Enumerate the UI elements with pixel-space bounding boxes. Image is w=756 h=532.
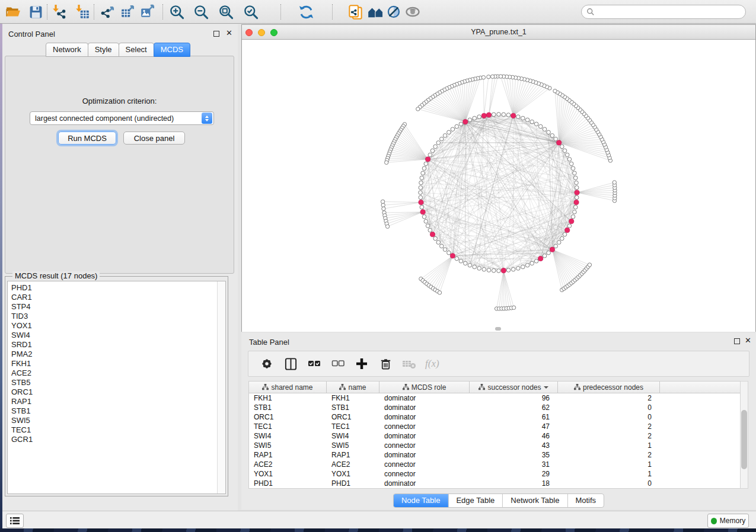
table-cell[interactable]: dominator [379, 412, 470, 422]
column-header-predecessor-nodes[interactable]: predecessor nodes [558, 382, 660, 393]
save-icon[interactable] [27, 4, 44, 20]
export-image-icon[interactable] [139, 4, 156, 20]
table-cell[interactable]: 0 [558, 403, 660, 412]
mcds-result-item[interactable]: TID3 [8, 312, 225, 321]
show-columns-icon[interactable] [283, 356, 298, 371]
table-cell[interactable]: dominator [379, 403, 470, 412]
table-cell[interactable]: ORC1 [249, 412, 327, 422]
network-ring-node[interactable] [521, 265, 525, 269]
table-cell[interactable]: dominator [379, 393, 470, 403]
table-cell[interactable]: ORC1 [327, 412, 379, 422]
table-settings-icon[interactable] [259, 356, 275, 371]
mcds-result-item[interactable]: SWI4 [8, 331, 225, 340]
network-ring-node[interactable] [530, 120, 534, 124]
network-ring-node[interactable] [571, 166, 575, 171]
network-ring-node[interactable] [473, 265, 477, 269]
node-table[interactable]: shared namenameMCDS rolesuccessor nodesp… [248, 381, 744, 489]
network-ring-node[interactable] [575, 185, 579, 190]
network-leaf-node[interactable] [588, 263, 591, 267]
select-all-icon[interactable] [307, 356, 322, 371]
network-ring-node[interactable] [575, 181, 579, 185]
table-cell[interactable]: SWI5 [327, 441, 379, 450]
table-row[interactable]: ORC1ORC1dominator610 [249, 412, 743, 422]
table-cell[interactable]: TEC1 [327, 422, 379, 431]
network-ring-node[interactable] [492, 113, 496, 117]
network-ring-node[interactable] [543, 254, 547, 258]
network-ring-node[interactable] [420, 176, 424, 180]
network-ring-node[interactable] [506, 113, 511, 117]
mcds-result-item[interactable]: SRD1 [8, 340, 225, 350]
network-ring-node[interactable] [424, 162, 428, 166]
network-ring-node[interactable] [492, 268, 496, 273]
table-tab-edge-table[interactable]: Edge Table [448, 494, 502, 507]
network-ring-node[interactable] [567, 224, 572, 228]
network-ring-node[interactable] [525, 118, 529, 122]
mcds-result-item[interactable]: SWI5 [8, 416, 225, 425]
network-ring-node[interactable] [569, 162, 573, 166]
network-ring-node[interactable] [516, 115, 521, 119]
delete-column-icon[interactable] [378, 356, 393, 371]
network-leaf-node[interactable] [553, 89, 557, 92]
network-ring-node[interactable] [477, 115, 481, 119]
network-hub-node[interactable] [481, 113, 486, 118]
network-ring-node[interactable] [443, 248, 447, 252]
network-ring-node[interactable] [573, 205, 578, 209]
new-network-from-selection-icon[interactable] [347, 4, 363, 20]
network-leaf-node[interactable] [499, 75, 502, 78]
network-ring-node[interactable] [447, 130, 451, 134]
table-cell[interactable]: SWI4 [249, 431, 327, 441]
network-ring-node[interactable] [554, 244, 558, 248]
table-row[interactable]: FKH1FKH1dominator962 [249, 393, 743, 403]
table-cell[interactable]: SWI4 [327, 431, 379, 441]
table-cell[interactable]: 96 [470, 393, 558, 403]
network-hub-node[interactable] [463, 120, 468, 124]
mcds-result-item[interactable]: STB5 [8, 378, 225, 387]
table-cell[interactable]: 47 [470, 422, 558, 431]
table-row[interactable]: YOX1YOX1connector291 [249, 469, 743, 479]
table-cell[interactable]: connector [379, 441, 470, 450]
memory-button[interactable]: Memory [707, 514, 749, 528]
table-row[interactable]: STB1STB1dominator620 [249, 403, 743, 412]
deselect-all-icon[interactable] [330, 356, 346, 371]
network-ring-node[interactable] [473, 116, 477, 120]
table-cell[interactable]: YOX1 [327, 469, 379, 479]
tab-mcds[interactable]: MCDS [154, 43, 190, 57]
tab-style[interactable]: Style [88, 43, 119, 57]
table-cell[interactable]: TEC1 [249, 422, 327, 431]
table-cell[interactable]: dominator [379, 479, 470, 488]
network-hub-node[interactable] [430, 232, 435, 237]
network-hub-node[interactable] [550, 247, 554, 252]
network-hub-node[interactable] [426, 157, 430, 162]
table-cell[interactable]: dominator [379, 450, 470, 460]
network-ring-node[interactable] [419, 185, 423, 190]
table-cell[interactable]: connector [379, 469, 470, 479]
column-header-shared-name[interactable]: shared name [249, 382, 327, 393]
network-ring-node[interactable] [502, 113, 506, 117]
table-cell[interactable]: ACE2 [249, 460, 327, 469]
table-cell[interactable]: ACE2 [327, 460, 379, 469]
network-ring-node[interactable] [525, 263, 529, 267]
column-header-successor-nodes[interactable]: successor nodes [470, 382, 558, 393]
import-network-icon[interactable] [51, 4, 68, 20]
network-leaf-node[interactable] [491, 75, 495, 78]
network-ring-node[interactable] [487, 268, 491, 273]
mcds-result-item[interactable]: CAR1 [8, 293, 225, 302]
network-leaf-node[interactable] [385, 225, 389, 228]
network-hub-node[interactable] [565, 228, 570, 233]
network-hub-node[interactable] [419, 200, 423, 204]
network-ring-node[interactable] [436, 141, 441, 145]
refresh-icon[interactable] [298, 4, 314, 20]
table-cell[interactable]: 2 [558, 450, 660, 460]
table-cell[interactable]: 0 [558, 479, 660, 488]
network-ring-node[interactable] [468, 263, 472, 267]
network-canvas[interactable] [242, 40, 755, 332]
zoom-fit-icon[interactable] [218, 4, 234, 20]
network-ring-node[interactable] [521, 116, 525, 120]
network-ring-node[interactable] [419, 181, 423, 185]
network-ring-node[interactable] [560, 145, 564, 149]
mcds-result-item[interactable]: RAP1 [8, 397, 225, 406]
network-hub-node[interactable] [575, 190, 579, 195]
network-leaf-node[interactable] [381, 200, 384, 203]
table-cell[interactable]: 1 [558, 460, 660, 469]
network-ring-node[interactable] [422, 166, 426, 171]
